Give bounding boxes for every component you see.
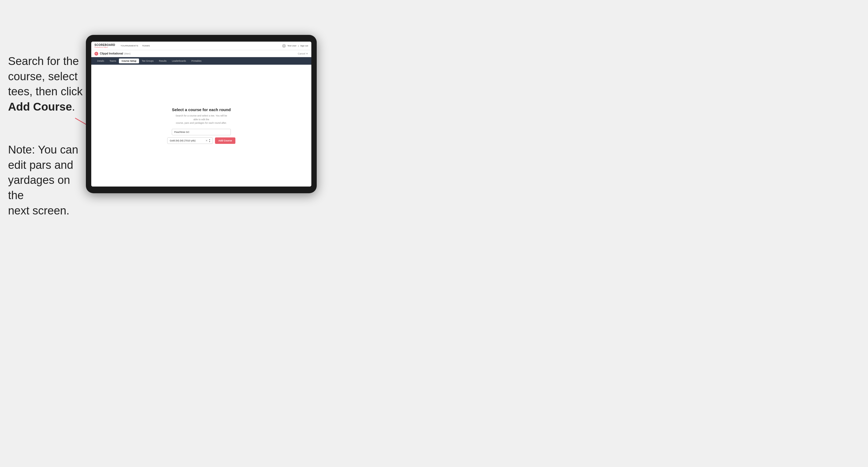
annotation-line1: Search for the <box>8 55 79 67</box>
tab-details[interactable]: Details <box>94 59 107 63</box>
nav-tournaments[interactable]: TOURNAMENTS <box>121 44 138 47</box>
tee-select-controls[interactable]: ▲ ▼ <box>209 138 211 143</box>
tab-printables[interactable]: Printables <box>189 59 204 63</box>
note-line2: edit pars and <box>8 159 73 171</box>
tee-select-row: Gold (M) (M) (7010 yds) ✕ ▲ ▼ Add Course <box>167 137 235 144</box>
brand-title: SCOREBOARD <box>94 43 115 46</box>
nav-separator: | <box>298 44 299 47</box>
tabs-bar: Details Teams Course Setup Tee Groups Re… <box>91 57 311 65</box>
note-line4: next screen. <box>8 204 69 217</box>
tab-tee-groups[interactable]: Tee Groups <box>139 59 156 63</box>
tab-leaderboards[interactable]: Leaderboards <box>169 59 189 63</box>
annotation-text: Search for the course, select tees, then… <box>8 54 83 115</box>
tab-course-setup[interactable]: Course Setup <box>119 59 139 63</box>
tab-teams[interactable]: Teams <box>107 59 119 63</box>
annotation-line3: tees, then click <box>8 85 83 98</box>
cancel-button[interactable]: Cancel ✕ <box>298 52 308 55</box>
annotation-line2: course, select <box>8 70 78 83</box>
tee-clear-button[interactable]: ✕ <box>206 139 208 142</box>
user-avatar: T <box>282 44 286 48</box>
tablet-device: SCOREBOARD Powered by clippd TOURNAMENTS… <box>86 35 317 193</box>
select-course-heading: Select a course for each round <box>172 107 230 112</box>
user-name: Test User <box>287 44 297 47</box>
tournament-icon: C <box>94 52 98 56</box>
add-course-button[interactable]: Add Course <box>215 137 235 144</box>
note-line3: yardages on the <box>8 174 70 201</box>
tab-results[interactable]: Results <box>156 59 169 63</box>
tee-select-down-icon[interactable]: ▼ <box>209 141 211 143</box>
nav-links: TOURNAMENTS TEAMS <box>121 44 282 47</box>
tournament-gender: (Men) <box>124 52 131 55</box>
signout-link[interactable]: Sign out <box>300 44 308 47</box>
nav-right: T Test User | Sign out <box>282 44 308 48</box>
brand-subtitle: Powered by clippd <box>94 46 115 48</box>
tee-select-up-icon[interactable]: ▲ <box>209 138 211 141</box>
tablet-screen: SCOREBOARD Powered by clippd TOURNAMENTS… <box>91 41 311 187</box>
nav-teams[interactable]: TEAMS <box>142 44 150 47</box>
annotation-line4-bold: Add Course <box>8 100 72 113</box>
brand-logo: SCOREBOARD Powered by clippd <box>94 43 115 48</box>
tee-select-wrapper[interactable]: Gold (M) (M) (7010 yds) ✕ ▲ ▼ <box>167 137 213 144</box>
main-content: Select a course for each round Search fo… <box>91 65 311 187</box>
tournament-header: C Clippd Invitational (Men) Cancel ✕ <box>91 50 311 57</box>
note-text: Note: You can edit pars and yardages on … <box>8 142 83 218</box>
top-navbar: SCOREBOARD Powered by clippd TOURNAMENTS… <box>91 41 311 50</box>
note-line1: Note: You can <box>8 143 79 156</box>
tournament-name: Clippd Invitational <box>100 52 123 55</box>
select-course-description: Search for a course and select a tee. Yo… <box>175 114 228 125</box>
course-search-input[interactable] <box>172 129 231 135</box>
annotation-line4-end: . <box>72 100 75 113</box>
tee-select-value: Gold (M) (M) (7010 yds) <box>169 139 205 142</box>
